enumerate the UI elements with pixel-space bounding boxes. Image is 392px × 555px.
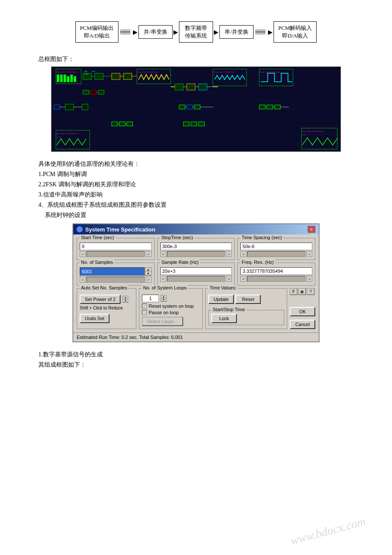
svg-text:Ima Snk 82 Refresh =: Ima Snk 82 Refresh =: [260, 71, 282, 73]
freq-res-scroll-left[interactable]: <: [240, 276, 246, 282]
bottom-item-1: 1.数字基带源信号的生成: [38, 351, 366, 358]
pause-on-loop-checkbox[interactable]: [142, 310, 147, 315]
dialog-titlebar-left: System Time Specification: [77, 226, 156, 233]
svg-text:600: 600: [92, 70, 95, 72]
start-time-group: Start Time (sec) < >: [77, 238, 155, 260]
circuit-diagram-image: Ima Snk 23 Refresh = Ima Snk 25 Refresh …: [51, 66, 341, 152]
loops-label: No. of System Loops: [142, 285, 188, 290]
sample-rate-scroll-left[interactable]: <: [160, 276, 166, 282]
time-spacing-input[interactable]: [240, 243, 312, 250]
sample-rate-scroll-track[interactable]: [167, 276, 225, 282]
freq-res-scroll-right[interactable]: >: [306, 276, 312, 282]
loops-input-row: ▲ ▼: [142, 295, 200, 302]
ok-button[interactable]: OK: [290, 307, 315, 316]
arrow-connector-2: [255, 30, 265, 35]
set-power-spin-up[interactable]: ▲: [123, 296, 128, 299]
samples-spin-down[interactable]: ▼: [145, 272, 151, 275]
undo-set-button[interactable]: Undo Set: [80, 314, 110, 323]
description-text: 具体使用到的通信原理的相关理论有：: [38, 160, 366, 168]
svg-rect-29: [60, 75, 63, 82]
stop-time-input[interactable]: [160, 243, 232, 250]
samples-spin-up[interactable]: ▲: [145, 268, 151, 272]
help-button[interactable]: ?: [307, 288, 314, 295]
time-values-label: Time Values:: [208, 285, 238, 290]
time-spacing-scrollbar: < >: [240, 251, 312, 257]
svg-rect-84: [127, 122, 133, 126]
svg-rect-50: [112, 73, 120, 80]
item-3: 3.信道中高斯噪声的影响: [38, 191, 366, 199]
lock-button[interactable]: Lock: [211, 314, 237, 323]
svg-rect-60: [83, 90, 89, 95]
item-4: 4、系统组成框图子系统组成框图及图符参数设置: [38, 201, 366, 209]
time-spacing-scroll-right[interactable]: >: [306, 251, 312, 257]
reset-on-loop-checkbox[interactable]: [142, 304, 147, 309]
no-samples-group: No. of Samples ▲ ▼ < >: [77, 263, 155, 286]
freq-res-group: Freq. Res. (Hz) < >: [237, 263, 315, 286]
sample-rate-label: Sample Rate (Hz): [160, 260, 200, 265]
auto-set-group: Auto Set No. Samples Set Power of 2 ▲ ▼ …: [77, 288, 136, 329]
pause-on-loop-label: Pause on loop: [149, 310, 179, 315]
start-time-scroll-left[interactable]: <: [80, 251, 86, 257]
reset-on-loop-row: Reset system on loop: [142, 304, 200, 309]
time-spacing-scroll-left[interactable]: <: [240, 251, 246, 257]
freq-res-input[interactable]: [240, 267, 312, 275]
loops-spinner: ▲ ▼: [161, 295, 167, 302]
reset-button[interactable]: Reset: [235, 295, 261, 304]
section-label: 总框图如下：: [38, 55, 366, 63]
dialog-titlebar: System Time Specification ×: [73, 224, 319, 234]
svg-rect-28: [57, 75, 59, 82]
start-time-scroll-track[interactable]: [86, 251, 145, 257]
svg-rect-82: [112, 122, 118, 126]
time-values-buttons: Update Reset: [208, 295, 284, 306]
start-stop-label: Start/Stop Time: [211, 307, 246, 312]
svg-rect-66: [187, 105, 193, 109]
system-time-dialog: System Time Specification × Start Time (…: [72, 223, 320, 342]
arrow-connector-1: [120, 30, 130, 35]
stop-time-scroll-right[interactable]: >: [226, 251, 232, 257]
start-time-scrollbar: < >: [80, 251, 152, 257]
select-loops-button[interactable]: Select Loops...: [142, 317, 183, 326]
svg-rect-32: [70, 75, 73, 82]
sample-rate-scroll-right[interactable]: >: [226, 276, 232, 282]
pause-on-loop-row: Pause on loop: [142, 310, 200, 315]
dialog-title: System Time Specification: [85, 226, 156, 233]
samples-scroll-track[interactable]: [86, 277, 145, 283]
samples-scroll-right[interactable]: >: [146, 277, 152, 283]
time-values-group: Time Values: Update Reset Start/Stop Tim…: [205, 288, 287, 329]
loops-spin-up[interactable]: ▲: [161, 295, 166, 298]
no-samples-input[interactable]: [80, 267, 145, 276]
stop-time-scroll-left[interactable]: <: [160, 251, 166, 257]
start-time-input[interactable]: [80, 243, 152, 250]
dialog-close-button[interactable]: ×: [308, 226, 315, 233]
no-samples-input-group: ▲ ▼: [80, 267, 152, 276]
arrow-right-2: ▶: [173, 29, 178, 36]
shift-click-label: Shift + Click to Reduce: [80, 306, 133, 310]
start-time-scroll-right[interactable]: >: [146, 251, 152, 257]
svg-rect-31: [67, 76, 69, 82]
samples-scroll-left[interactable]: <: [80, 277, 86, 283]
watermark: www.bdocx.com: [288, 515, 367, 548]
freq-res-scroll-track[interactable]: [247, 276, 306, 282]
loops-input[interactable]: [142, 295, 159, 302]
time-spacing-scroll-track[interactable]: [247, 251, 306, 257]
sample-rate-input[interactable]: [160, 267, 232, 275]
stop-time-scroll-track[interactable]: [167, 251, 225, 257]
sample-rate-group: Sample Rate (Hz) < >: [157, 263, 235, 286]
svg-rect-67: [194, 105, 200, 109]
arrow-right-3: ▶: [214, 29, 219, 36]
ok-button-wrapper: OK: [290, 307, 315, 316]
cancel-button[interactable]: Cancel: [290, 320, 315, 329]
dialog-icon: [77, 226, 83, 232]
dialog-row-1: Start Time (sec) < > StopTime (sec) < >: [77, 238, 315, 260]
loops-spin-down[interactable]: ▼: [161, 298, 166, 301]
update-button[interactable]: Update: [208, 295, 234, 304]
grid-button[interactable]: ▦: [298, 288, 306, 295]
svg-rect-73: [274, 105, 280, 109]
pcm-encode-block: PCM编码输出 即A/D输出: [75, 21, 118, 43]
freq-res-label: Freq. Res. (Hz): [240, 260, 275, 265]
set-power-spin-down[interactable]: ▼: [123, 299, 128, 302]
lock-button-wrapper: Lock: [211, 314, 281, 323]
f-button[interactable]: F: [290, 288, 297, 295]
start-stop-group: Start/Stop Time Lock: [208, 310, 284, 325]
set-power-button[interactable]: Set Power of 2: [80, 295, 121, 304]
